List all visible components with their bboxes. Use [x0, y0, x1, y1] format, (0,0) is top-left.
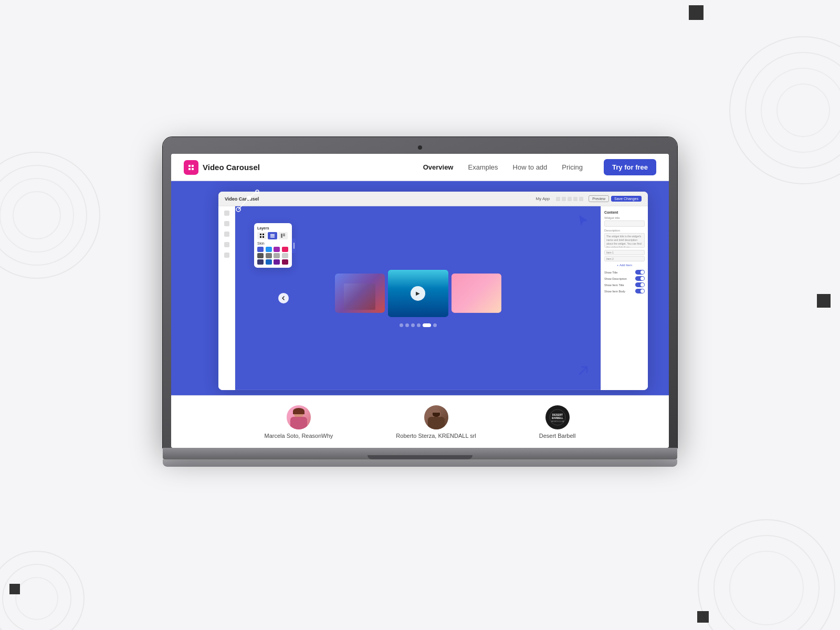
- dot-3[interactable]: [411, 323, 415, 327]
- layers-tab-list[interactable]: [268, 232, 277, 239]
- swatch-7[interactable]: [274, 253, 280, 258]
- save-changes-button[interactable]: Save Changes: [611, 196, 642, 202]
- dot-1[interactable]: [400, 323, 403, 327]
- video-thumb-1[interactable]: [335, 274, 385, 313]
- avatar-logo: DESERT BARBELL SPORTS CLUB: [545, 405, 570, 429]
- layers-tab-grid[interactable]: [257, 232, 267, 239]
- preview-button[interactable]: Preview: [589, 195, 609, 202]
- toolbar-icon-1: [556, 196, 560, 201]
- sidebar-icon-5: [224, 253, 229, 258]
- add-item-btn[interactable]: + Add Item: [604, 264, 645, 267]
- svg-rect-28: [270, 235, 275, 236]
- svg-rect-26: [262, 236, 264, 238]
- show-item-title-label: Show Item Title: [604, 283, 624, 286]
- app-right-panel: Content Widget title Description The wid…: [601, 206, 648, 390]
- toggle-item-body: Show Item Body: [604, 289, 645, 293]
- show-title-label: Show Title: [604, 270, 617, 274]
- avatar-male: [424, 405, 448, 429]
- nav-logo: Video Carousel: [184, 160, 260, 174]
- nav-logo-text: Video Carousel: [203, 163, 260, 172]
- svg-rect-25: [260, 236, 261, 238]
- dot-4[interactable]: [417, 323, 421, 327]
- swatch-3[interactable]: [274, 247, 280, 252]
- laptop-base: [163, 448, 677, 459]
- svg-point-6: [761, 68, 840, 152]
- swatch-1[interactable]: [257, 247, 264, 252]
- widget-title-input[interactable]: [604, 220, 645, 227]
- svg-point-8: [0, 551, 84, 630]
- thumb-inner-1: [335, 274, 385, 313]
- swatch-9[interactable]: [257, 259, 264, 265]
- video-thumb-2[interactable]: ▶: [388, 269, 448, 317]
- skin-grid: [257, 247, 289, 265]
- swatch-6[interactable]: [266, 253, 272, 258]
- testimonial-3: DESERT BARBELL SPORTS CLUB Desert Barbel…: [539, 405, 576, 438]
- toggle-item-title: Show Item Title: [604, 282, 645, 287]
- play-button[interactable]: ▶: [411, 286, 425, 300]
- sidebar-icon-3: [224, 232, 229, 237]
- layers-panel: Layers: [254, 223, 292, 268]
- item2-field[interactable]: Item 2: [604, 256, 645, 261]
- app-sidebar: [218, 206, 235, 390]
- widget-title-label: Widget title: [604, 216, 645, 219]
- toggle-item-body-switch[interactable]: [635, 289, 645, 293]
- nav-links: Overview Examples How to add Pricing Try…: [423, 159, 656, 175]
- swatch-10[interactable]: [266, 259, 272, 265]
- arc-bottom-left: [0, 546, 89, 630]
- logo-icon: [184, 160, 198, 174]
- carousel-prev-btn[interactable]: [278, 293, 289, 303]
- swatch-12[interactable]: [282, 259, 288, 265]
- app-mockup: Video Carousel My App: [218, 192, 648, 390]
- testimonial-2: Roberto Sterza, KRENDALL srl: [396, 405, 476, 438]
- svg-point-7: [777, 84, 830, 136]
- item1-field[interactable]: Item 1: [604, 250, 645, 255]
- testimonials-bar: Marcela Soto, ReasonWhy: [171, 395, 669, 448]
- dot-5[interactable]: [423, 323, 431, 327]
- svg-rect-29: [270, 237, 275, 238]
- testimonial-1: Marcela Soto, ReasonWhy: [265, 405, 333, 438]
- swatch-8[interactable]: [282, 253, 288, 258]
- laptop: Video Carousel Overview Examples How to …: [163, 137, 677, 467]
- arc-bottom-right: [693, 514, 840, 630]
- dot-2[interactable]: [405, 323, 409, 327]
- video-thumb-3[interactable]: [452, 274, 501, 313]
- toggle-desc[interactable]: [635, 276, 645, 281]
- swatch-2[interactable]: [266, 247, 272, 252]
- sidebar-icon-4: [224, 242, 229, 247]
- toggle-title[interactable]: [635, 270, 645, 275]
- nav-link-overview[interactable]: Overview: [423, 163, 454, 171]
- svg-text:BARBELL: BARBELL: [552, 416, 563, 419]
- app-body: Layers: [218, 206, 648, 390]
- nav-link-pricing[interactable]: Pricing: [562, 163, 583, 171]
- dot-6[interactable]: [433, 323, 437, 327]
- testimonial-name-2: Roberto Sterza, KRENDALL srl: [396, 432, 476, 438]
- layers-tab-detail[interactable]: [278, 232, 288, 239]
- show-item-body-label: Show Item Body: [604, 289, 625, 292]
- swatch-4[interactable]: [282, 247, 288, 252]
- toggle-item-title-switch[interactable]: [635, 282, 645, 287]
- svg-rect-15: [192, 164, 194, 166]
- toolbar-icon-2: [562, 196, 566, 201]
- arrow-deco: [578, 365, 589, 379]
- testimonial-name-1: Marcela Soto, ReasonWhy: [265, 432, 333, 438]
- panel-handle[interactable]: [292, 238, 296, 253]
- swatch-11[interactable]: [274, 259, 280, 265]
- svg-rect-23: [260, 234, 261, 235]
- svg-point-13: [730, 551, 803, 625]
- arc-right: [724, 32, 840, 189]
- swatch-5[interactable]: [257, 253, 264, 258]
- thumb-inner-3: [452, 274, 501, 313]
- skin-label: Skin: [257, 242, 289, 245]
- navbar: Video Carousel Overview Examples How to …: [171, 154, 669, 181]
- try-for-free-button[interactable]: Try for free: [604, 159, 656, 175]
- svg-rect-17: [192, 167, 194, 170]
- svg-point-2: [0, 178, 74, 252]
- nav-link-examples[interactable]: Examples: [468, 163, 498, 171]
- app-name: My App: [536, 196, 550, 201]
- laptop-screen: Video Carousel Overview Examples How to …: [171, 154, 669, 448]
- nav-link-how-to-add[interactable]: How to add: [513, 163, 548, 171]
- layers-tabs: [257, 232, 289, 239]
- svg-point-0: [0, 152, 100, 278]
- toolbar-icon-3: [568, 196, 572, 201]
- node-decoration: [233, 188, 259, 217]
